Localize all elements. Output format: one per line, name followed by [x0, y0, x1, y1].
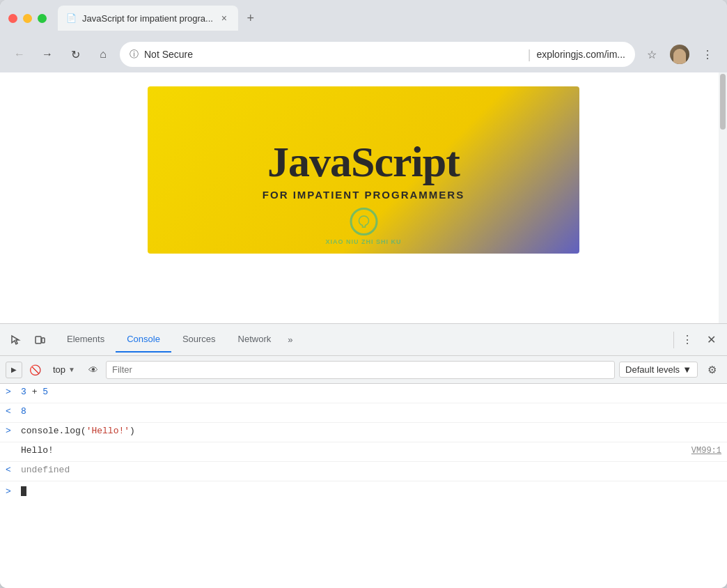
- watermark: XIAO NIU ZHI SHI KU: [325, 208, 401, 245]
- device-toggle-button[interactable]: [29, 330, 50, 350]
- console-levels-button[interactable]: Default levels ▼: [619, 362, 698, 378]
- bookmark-button[interactable]: ☆: [641, 43, 663, 65]
- inspect-element-button[interactable]: [6, 330, 26, 350]
- output-prompt-2: <: [6, 465, 15, 475]
- num-3: 3: [21, 387, 26, 397]
- close-paren: ): [130, 426, 135, 436]
- security-icon: ⓘ: [130, 48, 139, 61]
- console-context-selector[interactable]: top ▼: [47, 362, 81, 377]
- watermark-logo: [350, 208, 377, 235]
- url-bar[interactable]: ⓘ Not Secure | exploringjs.com/im...: [120, 42, 635, 67]
- console-eye-button[interactable]: 👁: [85, 362, 102, 378]
- close-window-button[interactable]: [8, 14, 17, 23]
- levels-dropdown-icon: ▼: [682, 364, 691, 375]
- console-output-line-1: < 8: [0, 403, 727, 423]
- undefined-output: undefined: [21, 465, 70, 475]
- page-scrollbar[interactable]: [719, 72, 727, 323]
- output-prompt-1: <: [6, 406, 15, 417]
- forward-button[interactable]: →: [36, 43, 58, 65]
- tab-console[interactable]: Console: [116, 327, 171, 353]
- title-bar: 📄 JavaScript for impatient progra... × +: [0, 0, 727, 36]
- console-cursor: [21, 486, 26, 496]
- tab-console-label: Console: [127, 334, 160, 344]
- book-title: JavaScript: [267, 140, 460, 183]
- console-log-output-line: Hello! VM99:1: [0, 442, 727, 462]
- maximize-window-button[interactable]: [38, 14, 47, 23]
- tab-network[interactable]: Network: [227, 327, 283, 353]
- tab-network-label: Network: [238, 334, 272, 344]
- input-prompt-2: >: [6, 426, 15, 436]
- console-context-label: top: [53, 364, 65, 375]
- console-levels-label: Default levels: [625, 364, 680, 375]
- devtools-more-button[interactable]: ⋮: [677, 330, 698, 350]
- url-divider: |: [528, 47, 531, 62]
- input-prompt-1: >: [6, 387, 15, 397]
- browser-menu-button[interactable]: ⋮: [696, 43, 719, 65]
- avatar: [670, 45, 689, 64]
- vm-reference[interactable]: VM99:1: [691, 446, 721, 456]
- console-active-input[interactable]: >: [0, 481, 727, 501]
- devtools-separator: [673, 332, 674, 348]
- devtools-panel: Elements Console Sources Network » ⋮ ✕: [0, 323, 727, 588]
- traffic-lights: [8, 14, 47, 23]
- tab-elements-label: Elements: [67, 334, 104, 344]
- devtools-actions: ⋮ ✕: [677, 330, 721, 350]
- tab-sources-label: Sources: [182, 334, 216, 344]
- console-execute-button[interactable]: ▶: [6, 362, 22, 378]
- tab-elements[interactable]: Elements: [56, 327, 116, 353]
- console-settings-button[interactable]: ⚙: [702, 360, 721, 380]
- svg-rect-2: [42, 338, 45, 343]
- back-button[interactable]: ←: [8, 43, 31, 65]
- console-filter-input[interactable]: [106, 361, 615, 379]
- console-input-1: 3 + 5: [21, 387, 48, 397]
- profile-button[interactable]: [669, 43, 691, 65]
- devtools-close-button[interactable]: ✕: [701, 330, 721, 350]
- svg-rect-1: [36, 336, 41, 343]
- watermark-text: XIAO NIU ZHI SHI KU: [325, 238, 401, 245]
- active-input-prompt: >: [6, 486, 15, 497]
- hello-string: 'Hello!': [86, 426, 130, 436]
- page-body: JavaScript FOR IMPATIENT PROGRAMMERS XIA…: [0, 72, 727, 323]
- scrollbar-thumb[interactable]: [720, 74, 726, 130]
- device-icon: [34, 334, 45, 346]
- url-security-text: Not Secure: [144, 49, 522, 60]
- avatar-figure: [673, 49, 686, 64]
- minimize-window-button[interactable]: [23, 14, 32, 23]
- url-domain-text: exploringjs.com/im...: [536, 49, 625, 60]
- console-input-line-1: > 3 + 5: [0, 384, 727, 403]
- book-cover-image: JavaScript FOR IMPATIENT PROGRAMMERS XIA…: [148, 86, 579, 254]
- tab-bar: 📄 JavaScript for impatient progra... × +: [58, 6, 719, 31]
- new-tab-button[interactable]: +: [241, 8, 260, 28]
- context-dropdown-icon: ▼: [68, 366, 75, 373]
- tab-more-button[interactable]: »: [282, 327, 298, 352]
- reload-button[interactable]: ↻: [64, 43, 86, 65]
- home-button[interactable]: ⌂: [92, 43, 114, 65]
- tab-sources[interactable]: Sources: [171, 327, 227, 353]
- console-output: > 3 + 5 < 8 > console.log('Hell: [0, 384, 727, 588]
- console-clear-button[interactable]: 🚫: [26, 362, 43, 378]
- tab-favicon-icon: 📄: [66, 13, 77, 23]
- tab-title: JavaScript for impatient progra...: [82, 13, 213, 24]
- devtools-tab-bar: Elements Console Sources Network » ⋮ ✕: [0, 324, 727, 356]
- browser-tab[interactable]: 📄 JavaScript for impatient progra... ×: [58, 6, 238, 31]
- svg-marker-0: [12, 336, 19, 344]
- op-plus: +: [32, 387, 43, 397]
- address-bar: ← → ↻ ⌂ ⓘ Not Secure | exploringjs.com/i…: [0, 36, 727, 72]
- console-input-2: console.log('Hello!'): [21, 426, 135, 436]
- console-output-line-2: < undefined: [0, 462, 727, 481]
- webpage-content: JavaScript FOR IMPATIENT PROGRAMMERS XIA…: [0, 72, 727, 588]
- book-subtitle: FOR IMPATIENT PROGRAMMERS: [263, 189, 464, 201]
- console-toolbar: ▶ 🚫 top ▼ 👁 Default levels ▼ ⚙: [0, 356, 727, 384]
- cursor-icon: [10, 334, 22, 346]
- output-value-1: 8: [21, 406, 26, 417]
- watermark-logo-icon: [357, 215, 370, 229]
- tab-close-button[interactable]: ×: [219, 13, 230, 24]
- output-indent: [6, 445, 15, 456]
- console-log-text: console.log(: [21, 426, 86, 436]
- browser-window: 📄 JavaScript for impatient progra... × +…: [0, 0, 727, 588]
- devtools-panel-icons: [6, 330, 50, 350]
- console-input-line-2: > console.log('Hello!'): [0, 423, 727, 442]
- hello-output-text: Hello!: [21, 445, 54, 456]
- num-5: 5: [42, 387, 48, 397]
